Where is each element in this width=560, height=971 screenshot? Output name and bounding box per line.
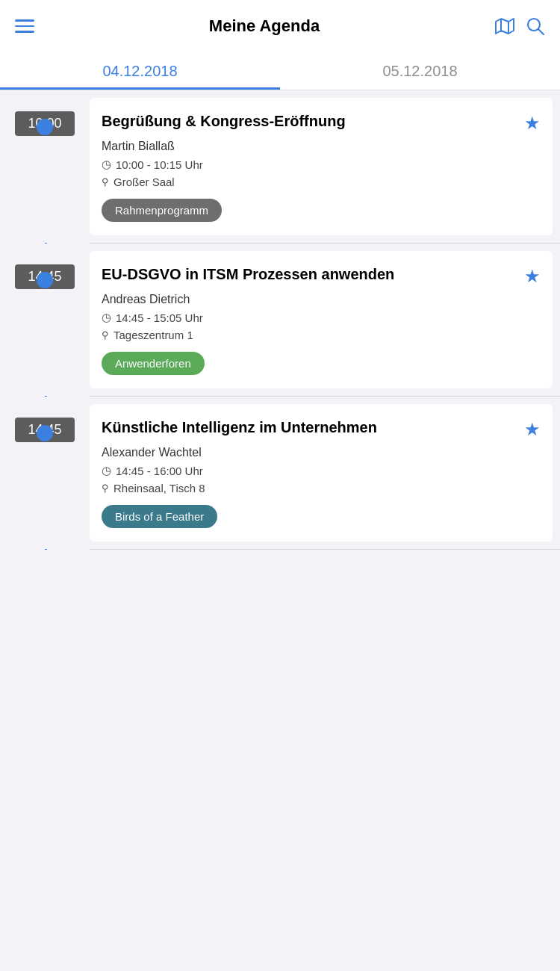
event-location-3: Rheinsaal, Tisch 8: [113, 482, 205, 494]
pin-icon-2: ⚲: [102, 329, 109, 341]
event-author-2: Andreas Dietrich: [102, 293, 541, 306]
event-tag-3[interactable]: Birds of a Feather: [102, 505, 217, 528]
event-location-1: Großer Saal: [113, 176, 175, 188]
event-title-1: Begrüßung & Kongress-Eröffnung: [102, 111, 517, 131]
event-card-3[interactable]: Künstliche Intelligenz im Unternehmen ★ …: [90, 404, 553, 542]
star-button-2[interactable]: ★: [524, 266, 541, 287]
event-time-meta-2: ◷ 14:45 - 15:05 Uhr: [102, 311, 541, 324]
menu-icon[interactable]: [15, 19, 34, 33]
timeline-left-2: 14:45: [0, 243, 90, 396]
event-time-meta-3: ◷ 14:45 - 16:00 Uhr: [102, 464, 541, 477]
pin-icon-1: ⚲: [102, 176, 109, 187]
clock-icon-1: ◷: [102, 158, 111, 171]
header-actions: [494, 16, 545, 36]
timeline-item-2: 14:45 EU-DSGVO in ITSM Prozessen anwende…: [0, 243, 560, 396]
timeline-dot-1: [37, 119, 53, 135]
timeline-section-1: 10:00 Begrüßung & Kongress-Eröffnung ★ M…: [0, 90, 560, 243]
event-location-meta-3: ⚲ Rheinsaal, Tisch 8: [102, 482, 541, 494]
event-location-2: Tageszentrum 1: [113, 329, 193, 341]
event-title-3: Künstliche Intelligenz im Unternehmen: [102, 418, 517, 437]
divider-3: [90, 549, 560, 550]
event-tag-2[interactable]: Anwenderforen: [102, 352, 205, 375]
timeline-dot-2: [37, 272, 53, 288]
event-author-3: Alexander Wachtel: [102, 446, 541, 459]
event-location-meta-1: ⚲ Großer Saal: [102, 176, 541, 188]
timeline-left-1: 10:00: [0, 90, 90, 243]
page-title: Meine Agenda: [209, 16, 320, 36]
event-title-2: EU-DSGVO in ITSM Prozessen anwenden: [102, 264, 517, 284]
event-time-range-1: 10:00 - 10:15 Uhr: [116, 158, 203, 171]
star-button-3[interactable]: ★: [524, 419, 541, 440]
event-time-range-3: 14:45 - 16:00 Uhr: [116, 465, 203, 477]
timeline-section-2: 14:45 EU-DSGVO in ITSM Prozessen anwende…: [0, 243, 560, 397]
date-tabs: 04.12.2018 05.12.2018: [0, 52, 560, 90]
tab-date-2[interactable]: 05.12.2018: [280, 52, 560, 90]
event-card-2[interactable]: EU-DSGVO in ITSM Prozessen anwenden ★ An…: [90, 251, 553, 388]
event-tag-1[interactable]: Rahmenprogramm: [102, 199, 222, 222]
timeline-left-3: 14:45: [0, 397, 90, 549]
timeline-dot-3: [37, 425, 53, 441]
timeline-item-1: 10:00 Begrüßung & Kongress-Eröffnung ★ M…: [0, 90, 560, 243]
timeline-section-3: 14:45 Künstliche Intelligenz im Unterneh…: [0, 397, 560, 550]
map-icon[interactable]: [494, 17, 515, 35]
event-header-1: Begrüßung & Kongress-Eröffnung ★: [102, 111, 541, 134]
svg-line-3: [538, 29, 544, 34]
event-time-range-2: 14:45 - 15:05 Uhr: [116, 311, 203, 324]
search-icon[interactable]: [526, 16, 545, 36]
timeline-item-3: 14:45 Künstliche Intelligenz im Unterneh…: [0, 397, 560, 549]
clock-icon-2: ◷: [102, 311, 111, 324]
event-author-1: Martin Biallaß: [102, 140, 541, 153]
event-location-meta-2: ⚲ Tageszentrum 1: [102, 329, 541, 341]
star-button-1[interactable]: ★: [524, 113, 541, 134]
event-time-meta-1: ◷ 10:00 - 10:15 Uhr: [102, 158, 541, 171]
pin-icon-3: ⚲: [102, 483, 109, 494]
event-card-1[interactable]: Begrüßung & Kongress-Eröffnung ★ Martin …: [90, 98, 553, 235]
clock-icon-3: ◷: [102, 464, 111, 477]
event-header-3: Künstliche Intelligenz im Unternehmen ★: [102, 418, 541, 440]
event-header-2: EU-DSGVO in ITSM Prozessen anwenden ★: [102, 264, 541, 287]
tab-date-1[interactable]: 04.12.2018: [0, 52, 280, 90]
timeline: 10:00 Begrüßung & Kongress-Eröffnung ★ M…: [0, 90, 560, 550]
app-header: Meine Agenda: [0, 0, 560, 52]
